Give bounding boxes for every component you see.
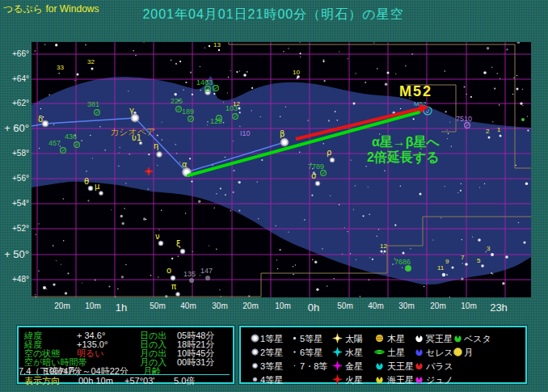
- legend-item-saturn: 土星: [373, 346, 405, 359]
- legend-label: 海王星: [385, 375, 414, 385]
- ra-axis-label: 10m: [275, 301, 290, 310]
- field-star: [233, 170, 234, 171]
- flamsteed-star-label: 12: [233, 100, 240, 107]
- cluster-icon-dot: [98, 112, 99, 112]
- legend-item-mag3: 3等星: [249, 360, 283, 373]
- legend-label: 冥王星: [424, 334, 453, 344]
- legend-item-sun: 太陽: [331, 332, 363, 345]
- medium-star: [77, 74, 79, 76]
- cluster-label: 189: [182, 107, 194, 116]
- field-star: [413, 118, 415, 120]
- field-star: [248, 295, 250, 297]
- field-star: [121, 276, 124, 278]
- cluster-icon-dot: [234, 116, 235, 117]
- flamsteed-star-label: 7: [461, 254, 465, 261]
- flamsteed-star-label: 11: [437, 264, 445, 272]
- dec-axis-label: +62°: [0, 99, 29, 107]
- ra-axis-label: 1h: [116, 301, 127, 314]
- field-star: [347, 231, 348, 232]
- bright-star-core: [44, 122, 47, 125]
- medium-star: [419, 193, 422, 196]
- cluster-icon: [205, 276, 210, 280]
- cluster-label: 135: [183, 270, 196, 278]
- cluster-icon-dot: [324, 172, 325, 173]
- field-star: [111, 209, 112, 210]
- medium-star: [381, 251, 383, 253]
- field-star: [258, 218, 259, 219]
- medium-star: [491, 253, 494, 256]
- field-star: [460, 190, 462, 192]
- legend-item-mag4: 4等星: [249, 373, 283, 386]
- field-star: [63, 198, 64, 199]
- field-star: [216, 193, 217, 194]
- field-star: [339, 204, 339, 205]
- cluster-icon-dot: [236, 116, 237, 116]
- m52-cluster-dot: [428, 109, 430, 111]
- field-star: [314, 261, 317, 263]
- field-star: [133, 50, 134, 51]
- field-star: [81, 140, 82, 141]
- field-star: [472, 236, 473, 237]
- field-star: [295, 264, 296, 265]
- field-star: [38, 223, 39, 224]
- field-star: [216, 249, 217, 250]
- view-direction-dec: +57°03': [124, 377, 154, 386]
- field-star: [494, 88, 495, 90]
- field-star: [356, 259, 356, 260]
- field-star: [347, 58, 348, 59]
- field-star: [447, 138, 448, 139]
- star-chart[interactable]: 4574363812251891463129103778976867510I10…: [32, 42, 531, 297]
- star-chart-canvas: 4574363812251891463129103778976867510I10…: [32, 42, 531, 297]
- legend-item-mercury: 水星: [331, 346, 363, 359]
- legend-label: 5等星: [297, 334, 322, 344]
- field-star: [316, 289, 318, 291]
- legend-label: 木星: [385, 334, 405, 344]
- field-star: [479, 187, 480, 188]
- field-star: [327, 285, 327, 286]
- flamsteed-star-label: 10: [293, 69, 300, 76]
- legend-label: 天王星: [385, 361, 414, 371]
- tsuru-planetarium-app: { "app": { "brand": "つるぷら for Windows", …: [0, 0, 548, 392]
- field-star: [323, 143, 324, 144]
- field-star: [448, 133, 449, 134]
- bright-star-core: [331, 158, 333, 161]
- field-star: [227, 92, 228, 93]
- field-star: [223, 102, 224, 103]
- field-star: [36, 234, 36, 234]
- m52-cluster-dot: [427, 112, 428, 114]
- field-star: [497, 73, 498, 74]
- mars-icon: [331, 373, 344, 386]
- field-star: [122, 222, 124, 225]
- field-star: [257, 181, 258, 182]
- greek-star-label: ν: [155, 232, 160, 241]
- field-star: [288, 231, 289, 232]
- info-panel: 緯度 + 34.6° 日の出 05時48分 経度 +135.0° 日の入 18時…: [17, 326, 234, 384]
- dec-axis-label: +52°: [0, 224, 29, 233]
- legend-item-mag1: 1等星: [249, 332, 283, 345]
- field-star: [520, 102, 522, 104]
- field-star: [115, 296, 116, 297]
- field-star: [238, 181, 241, 183]
- ra-axis-label: 20m: [54, 301, 70, 310]
- field-star: [148, 188, 149, 189]
- field-star: [462, 239, 462, 240]
- bright-star-core: [177, 293, 179, 296]
- field-star: [56, 260, 57, 261]
- field-star: [402, 267, 403, 268]
- field-star: [251, 110, 252, 111]
- legend-panel: 1等星 2等星 3等星 4等星 5等星 6等星 7・8等 太陽 水星 金星 火星…: [239, 326, 527, 384]
- field-star: [207, 124, 208, 125]
- field-star: [372, 259, 373, 260]
- field-star: [120, 147, 120, 148]
- field-star: [492, 121, 493, 122]
- cluster-label: 7686: [394, 258, 411, 266]
- legend-item-pluto: 冥王星: [413, 332, 453, 345]
- field-star: [280, 116, 280, 117]
- legend-item-venus: 金星: [331, 360, 363, 373]
- legend-item-uranus: 天王星: [373, 360, 414, 373]
- bright-star-core: [133, 116, 137, 120]
- constellation-name-label: カシオペア: [110, 127, 155, 137]
- field-star: [300, 53, 301, 54]
- m52-cluster-dot: [426, 112, 428, 113]
- field-star: [261, 159, 263, 161]
